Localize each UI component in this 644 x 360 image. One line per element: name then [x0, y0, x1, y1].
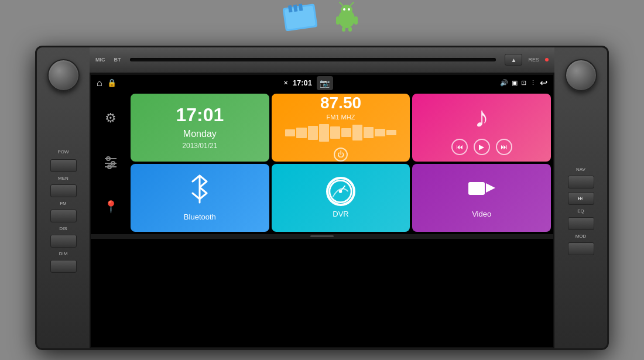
svg-rect-14 [348, 27, 352, 32]
location-icon[interactable]: 📍 [99, 195, 122, 218]
bt-label: BT [114, 57, 121, 63]
unit-top-left: MIC BT [95, 57, 121, 63]
status-bar: ⌂ 🔒 ✕ 17:01 📷 🔊 ▣ ⊡ ⋮ ↩ [91, 75, 553, 91]
status-bar-right: 🔊 ▣ ⊡ ⋮ ↩ [500, 77, 547, 88]
mod-label: MOD [576, 234, 587, 239]
left-knob[interactable] [47, 59, 80, 91]
right-button-group: NAV ⏭ EQ MOD [568, 91, 594, 331]
pow-label: POW [57, 149, 68, 155]
radio-waveform [285, 124, 396, 142]
status-bar-left: ⌂ 🔒 [97, 78, 117, 88]
fast-forward-button[interactable]: ⏭ [496, 139, 512, 155]
bottom-indicator [310, 235, 334, 237]
svg-rect-24 [468, 182, 485, 195]
eq-button[interactable] [568, 217, 594, 230]
svg-marker-25 [486, 183, 495, 193]
bluetooth-icon [189, 174, 210, 209]
next-track-button[interactable]: ⏭ [568, 192, 594, 205]
dvr-tile[interactable]: DVR [272, 164, 410, 232]
fm-button[interactable] [50, 210, 77, 222]
radio-power-button[interactable]: ⏻ [334, 148, 348, 162]
rewind-button[interactable]: ⏮ [451, 139, 468, 155]
dis-label: DIS [59, 226, 67, 231]
app-grid-container: ⚙ 📍 [91, 91, 553, 234]
svg-rect-13 [342, 27, 345, 32]
nav-button[interactable] [568, 176, 594, 188]
window-icon[interactable]: ⊡ [521, 79, 526, 87]
volume-icon[interactable]: 🔊 [500, 79, 508, 87]
bluetooth-tile[interactable]: Bluetooth [131, 164, 269, 232]
clock-time: 17:01 [176, 105, 224, 124]
men-button[interactable] [50, 184, 77, 197]
back-icon[interactable]: ↩ [540, 77, 547, 88]
home-icon[interactable]: ⌂ [97, 78, 102, 88]
unit-wrapper: POW MEN FM DIS DIM MIC BT [0, 0, 644, 360]
no-sim-icon: ✕ [283, 80, 288, 86]
dis-button[interactable] [50, 235, 77, 248]
sd-card-icon [281, 3, 319, 37]
svg-rect-12 [354, 16, 358, 25]
res-label: RES [528, 57, 539, 63]
video-label: Video [472, 210, 491, 218]
fm-label: FM [60, 201, 67, 206]
bluetooth-label: Bluetooth [184, 212, 216, 221]
pow-button[interactable] [50, 159, 77, 172]
video-camera-icon [467, 177, 496, 206]
dvr-label: DVR [333, 210, 348, 218]
video-tile[interactable]: Video [412, 164, 551, 232]
screen-area: MIC BT ▲ RES ⌂ 🔒 [90, 47, 554, 348]
mic-label: MIC [95, 57, 105, 63]
status-time: 17:01 [293, 78, 312, 87]
left-panel: POW MEN FM DIS DIM [37, 47, 90, 348]
status-bar-center: ✕ 17:01 📷 [283, 76, 333, 90]
music-note-icon: ♪ [474, 100, 489, 134]
left-sidebar: ⚙ 📍 [93, 94, 128, 232]
cd-slot [130, 58, 496, 61]
eq-label: EQ [577, 208, 584, 214]
dvr-speedometer-icon [326, 177, 355, 206]
media-icon[interactable]: ▣ [512, 79, 518, 87]
radio-band: FM1 MHZ [327, 114, 355, 121]
radio-frequency: 87.50 [320, 94, 361, 112]
right-knob[interactable] [565, 59, 597, 91]
music-tile[interactable]: ♪ ⏮ ▶ ⏭ [412, 94, 551, 162]
dim-label: DIM [59, 251, 68, 256]
unit-top-right: ▲ RES [505, 54, 549, 66]
sliders-icon[interactable] [99, 150, 122, 174]
camera-status-icon[interactable]: 📷 [317, 76, 333, 90]
svg-rect-11 [336, 16, 340, 25]
car-unit: POW MEN FM DIS DIM MIC BT [35, 46, 609, 350]
radio-tile[interactable]: 87.50 FM1 MHZ [272, 94, 410, 162]
men-label: MEN [58, 176, 68, 181]
lock-icon: 🔒 [107, 78, 117, 87]
dim-button[interactable] [50, 260, 77, 273]
svg-point-8 [348, 8, 350, 11]
more-icon[interactable]: ⋮ [530, 79, 536, 87]
app-grid: 17:01 Monday 2013/01/21 87.50 FM1 MHZ [131, 94, 551, 232]
clock-day: Monday [183, 129, 217, 139]
clock-tile[interactable]: 17:01 Monday 2013/01/21 [131, 94, 269, 162]
svg-line-10 [351, 2, 354, 5]
unit-top-bar: MIC BT ▲ RES [90, 47, 554, 74]
left-button-group: POW MEN FM DIS DIM [50, 91, 77, 331]
eject-button[interactable]: ▲ [505, 54, 522, 66]
svg-point-7 [343, 8, 345, 11]
android-screen: ⌂ 🔒 ✕ 17:01 📷 🔊 ▣ ⊡ ⋮ ↩ [90, 74, 554, 348]
right-panel: NAV ⏭ EQ MOD [554, 47, 607, 348]
res-dot [545, 58, 549, 61]
settings-icon[interactable]: ⚙ [99, 107, 122, 130]
screen-bottom [91, 234, 553, 239]
android-robot-icon [331, 0, 363, 35]
top-icons [281, 0, 363, 35]
svg-line-9 [340, 2, 342, 5]
mod-button[interactable] [568, 242, 594, 255]
svg-point-23 [339, 190, 342, 193]
music-controls: ⏮ ▶ ⏭ [451, 139, 512, 155]
nav-label: NAV [576, 167, 585, 172]
play-button[interactable]: ▶ [474, 139, 490, 155]
svg-point-6 [341, 5, 352, 15]
clock-date: 2013/01/21 [182, 142, 217, 150]
